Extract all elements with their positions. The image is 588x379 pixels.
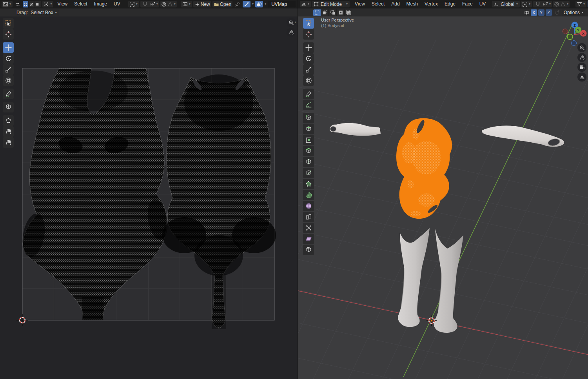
snap-toggle[interactable] bbox=[534, 1, 542, 7]
editor-type-button[interactable]: ▾ bbox=[300, 1, 311, 7]
pivot-point-dropdown[interactable]: ▾ bbox=[128, 1, 139, 7]
mirror-x-toggle[interactable]: X bbox=[531, 9, 537, 16]
poly-build-tool[interactable] bbox=[303, 179, 314, 189]
select-op-new[interactable] bbox=[313, 9, 321, 16]
edge-slide-tool[interactable] bbox=[303, 212, 314, 222]
add-cube-tool[interactable] bbox=[303, 113, 314, 123]
select-box-tool[interactable] bbox=[303, 18, 314, 29]
zoom-in-button[interactable] bbox=[287, 18, 296, 27]
scale-icon bbox=[5, 66, 12, 73]
image-browse-dropdown[interactable]: ▾ bbox=[181, 1, 192, 7]
toggle-orthographic-button[interactable] bbox=[577, 73, 586, 82]
grab-brush-tool[interactable] bbox=[3, 115, 14, 126]
rip-region-tool[interactable] bbox=[3, 102, 14, 112]
drag-mode-dropdown[interactable]: Select Box ▾ bbox=[29, 9, 58, 16]
select-op-extend[interactable] bbox=[321, 9, 329, 16]
menu-uv[interactable]: UV bbox=[477, 0, 489, 8]
menu-mesh[interactable]: Mesh bbox=[404, 0, 421, 8]
move-tool[interactable] bbox=[303, 42, 314, 53]
uv-editor: ▾ ▾ View Select Image UV ▾ bbox=[0, 0, 298, 379]
scale-tool[interactable] bbox=[303, 64, 314, 75]
pivot-point-dropdown[interactable]: ▾ bbox=[521, 1, 532, 7]
loop-cut-tool[interactable] bbox=[303, 157, 314, 167]
select-box-tool[interactable] bbox=[3, 18, 14, 29]
chevron-down-icon: ▾ bbox=[528, 3, 531, 5]
snap-base-button[interactable] bbox=[553, 9, 561, 16]
zoom-view-button[interactable] bbox=[577, 43, 586, 52]
show-overlays-toggle[interactable] bbox=[255, 1, 263, 7]
select-op-intersect[interactable] bbox=[345, 9, 352, 16]
proportional-editing-toggle[interactable] bbox=[554, 2, 559, 7]
menu-select[interactable]: Select bbox=[71, 0, 90, 8]
chevron-down-icon: ▾ bbox=[252, 3, 254, 5]
menu-vertex[interactable]: Vertex bbox=[422, 0, 441, 8]
sticky-selection-dropdown[interactable]: ▾ bbox=[42, 1, 53, 7]
menu-add[interactable]: Add bbox=[388, 0, 402, 8]
transform-orientation-dropdown[interactable]: Global ▾ bbox=[492, 1, 520, 7]
mirror-z-toggle[interactable]: Z bbox=[546, 9, 552, 16]
filter-visibility-dropdown[interactable]: ▾ bbox=[575, 1, 586, 7]
annotate-tool[interactable] bbox=[303, 89, 314, 99]
uv-canvas[interactable] bbox=[0, 16, 298, 379]
new-image-button[interactable]: New bbox=[193, 1, 211, 7]
snap-toggle[interactable] bbox=[141, 1, 149, 7]
select-mode-island[interactable] bbox=[40, 1, 41, 7]
scale-icon bbox=[305, 66, 312, 73]
rip-region-tool[interactable] bbox=[303, 245, 314, 255]
select-mode-edge[interactable] bbox=[29, 1, 34, 7]
menu-view[interactable]: View bbox=[352, 0, 368, 8]
menu-view[interactable]: View bbox=[54, 0, 70, 8]
annotate-tool[interactable] bbox=[3, 89, 14, 99]
island-select-icon bbox=[40, 2, 41, 7]
knife-tool[interactable] bbox=[303, 168, 314, 178]
extrude-region-tool[interactable] bbox=[303, 124, 314, 134]
shrink-fatten-tool[interactable] bbox=[303, 223, 314, 233]
mode-dropdown[interactable]: Edit Mode ▾ bbox=[312, 1, 350, 7]
cursor-tool[interactable] bbox=[3, 29, 14, 40]
cursor-tool[interactable] bbox=[303, 29, 314, 40]
transform-tool[interactable] bbox=[3, 75, 14, 86]
chevron-down-icon: ▾ bbox=[174, 3, 176, 5]
menu-uv[interactable]: UV bbox=[111, 0, 123, 8]
region-collapse-arrow[interactable]: ‹ bbox=[295, 20, 296, 24]
select-op-subtract[interactable] bbox=[329, 9, 337, 16]
pin-image-toggle[interactable] bbox=[234, 1, 241, 7]
scale-tool[interactable] bbox=[3, 64, 14, 75]
relax-brush-tool[interactable] bbox=[3, 126, 14, 137]
viewport-canvas[interactable] bbox=[298, 16, 588, 379]
pan-view-button[interactable] bbox=[577, 53, 586, 62]
smooth-tool[interactable] bbox=[303, 201, 314, 211]
pinch-brush-tool[interactable] bbox=[3, 137, 14, 148]
pan-view-button[interactable] bbox=[287, 28, 296, 37]
camera-view-button[interactable] bbox=[577, 63, 586, 72]
magnet-icon bbox=[142, 2, 148, 7]
axis-z-negative-ball[interactable] bbox=[572, 41, 577, 46]
rotate-tool[interactable] bbox=[303, 53, 314, 64]
options-dropdown[interactable]: Options ▾ bbox=[562, 9, 585, 16]
menu-face[interactable]: Face bbox=[459, 0, 475, 8]
menu-image[interactable]: Image bbox=[91, 0, 110, 8]
mirror-y-toggle[interactable]: Y bbox=[538, 9, 544, 16]
measure-tool[interactable] bbox=[303, 100, 314, 110]
select-mode-face[interactable] bbox=[34, 1, 40, 7]
move-tool[interactable] bbox=[3, 42, 14, 53]
select-op-invert[interactable] bbox=[337, 9, 345, 16]
inset-faces-tool[interactable] bbox=[303, 135, 314, 145]
editor-type-button[interactable]: ▾ bbox=[2, 1, 13, 7]
axis-y-negative-ball[interactable] bbox=[567, 34, 573, 40]
open-image-button[interactable]: Open bbox=[212, 1, 232, 7]
menu-select[interactable]: Select bbox=[369, 0, 387, 8]
uv-sync-selection-toggle[interactable] bbox=[14, 1, 22, 7]
proportional-editing-toggle[interactable] bbox=[161, 2, 167, 7]
bevel-tool[interactable] bbox=[303, 146, 314, 156]
uv-map-name-field[interactable]: UVMap bbox=[268, 1, 296, 7]
rotate-tool[interactable] bbox=[3, 53, 14, 64]
shear-tool[interactable] bbox=[303, 234, 314, 244]
show-gizmo-toggle[interactable] bbox=[243, 1, 250, 7]
spin-tool[interactable] bbox=[303, 190, 314, 200]
select-mode-vertex[interactable] bbox=[23, 1, 29, 7]
transform-tool[interactable] bbox=[303, 75, 314, 86]
shrink-icon bbox=[305, 225, 312, 231]
menu-edge[interactable]: Edge bbox=[442, 0, 458, 8]
axis-x-negative-ball[interactable] bbox=[563, 29, 568, 34]
